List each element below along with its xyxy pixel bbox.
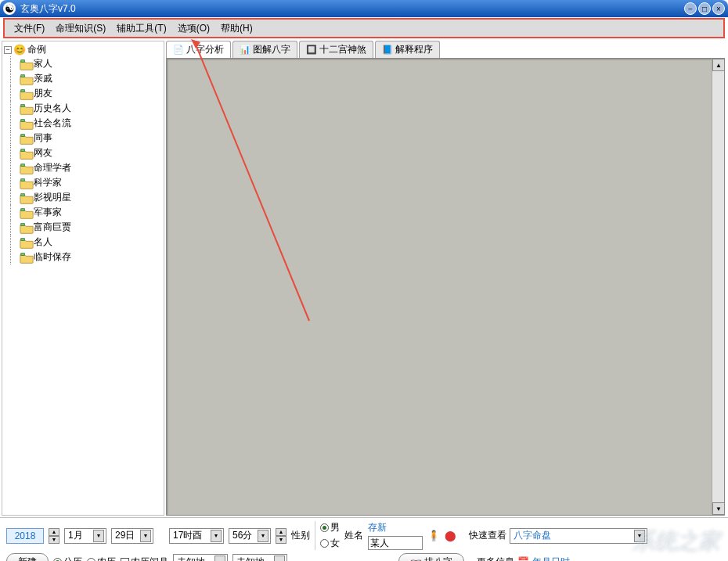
tab-label: 八字分析 [186, 43, 224, 56]
grid-icon: 🔲 [306, 45, 317, 55]
chevron-down-icon[interactable]: ▼ [140, 530, 151, 542]
chevron-down-icon[interactable]: ▼ [214, 556, 225, 561]
tree-item-label: 临时保存 [34, 250, 71, 264]
menubar-highlight: 文件(F) 命理知识(S) 辅助工具(T) 选项(O) 帮助(H) [3, 18, 725, 38]
tree-item[interactable]: 同事 [20, 131, 162, 146]
place1-value: 未知地 [177, 556, 211, 562]
person-icon[interactable]: 🧍 [427, 530, 440, 541]
tree-item-label: 历史名人 [34, 102, 71, 115]
tree-item-label: 富商巨贾 [34, 221, 71, 234]
maximize-button[interactable]: □ [698, 2, 711, 15]
year-spinner[interactable]: ▲ ▼ [49, 528, 59, 544]
tree-item[interactable]: 影视明星 [20, 190, 162, 205]
month-combo[interactable]: 1月▼ [64, 528, 106, 544]
tree-item[interactable]: 家人 [20, 56, 162, 71]
tab-twelve-palace[interactable]: 🔲 十二宫神煞 [299, 41, 373, 58]
tree-panel: − 😊 命例 家人亲戚朋友历史名人社会名流同事网友命理学者科学家影视明星军事家富… [2, 41, 164, 516]
chevron-down-icon[interactable]: ▼ [211, 530, 222, 542]
folder-icon [20, 207, 32, 218]
calendar-solar-radio[interactable]: 公历 [53, 556, 82, 562]
close-button[interactable]: × [712, 2, 725, 15]
place1-combo[interactable]: 未知地▼ [173, 554, 228, 561]
gender-male-radio[interactable]: 男 [320, 521, 340, 534]
svg-rect-12 [21, 238, 25, 240]
spin-up-icon[interactable]: ▲ [276, 528, 287, 536]
year-input[interactable] [6, 528, 44, 544]
leap-month-checkbox[interactable]: 农历闰月 [121, 556, 168, 562]
chevron-down-icon[interactable]: ▼ [93, 530, 104, 542]
chevron-down-icon[interactable]: ▼ [634, 530, 645, 542]
tree-item[interactable]: 科学家 [20, 175, 162, 190]
new-button[interactable]: 新建 [6, 553, 49, 561]
minute-combo[interactable]: 56分▼ [229, 528, 271, 544]
folder-icon [20, 222, 32, 233]
svg-rect-2 [21, 89, 25, 92]
chevron-down-icon[interactable]: ▼ [258, 530, 268, 542]
month-value: 1月 [68, 529, 90, 542]
menu-help[interactable]: 帮助(H) [216, 20, 258, 37]
spin-up-icon[interactable]: ▲ [49, 528, 59, 536]
spin-down-icon[interactable]: ▼ [49, 536, 59, 544]
gender-female-radio[interactable]: 女 [320, 537, 340, 550]
quick-view-label: 快速查看 [469, 529, 506, 542]
folder-icon [20, 192, 32, 203]
day-value: 29日 [115, 529, 137, 542]
gender-group: 男 女 [315, 521, 340, 550]
more-info-value[interactable]: 年月日时 [532, 556, 570, 562]
tree-item[interactable]: 网友 [20, 146, 162, 160]
vertical-scrollbar[interactable]: ▲ ▼ [712, 59, 724, 515]
quick-view-combo[interactable]: 八字命盘▼ [510, 528, 647, 544]
window-title: 玄奥八字v7.0 [20, 2, 684, 16]
tree-item[interactable]: 社会名流 [20, 116, 162, 131]
tree-item[interactable]: 富商巨贾 [20, 220, 162, 235]
svg-rect-11 [21, 223, 25, 225]
minimize-button[interactable]: − [684, 2, 697, 15]
chevron-down-icon[interactable]: ▼ [274, 556, 285, 561]
svg-rect-7 [21, 164, 25, 166]
svg-rect-9 [21, 193, 25, 196]
scroll-up-icon[interactable]: ▲ [712, 59, 725, 71]
place2-value: 未知地 [236, 556, 271, 562]
tree-item[interactable]: 历史名人 [20, 101, 162, 116]
tree-children: 家人亲戚朋友历史名人社会名流同事网友命理学者科学家影视明星军事家富商巨贾名人临时… [20, 56, 162, 264]
tree-toggle-icon[interactable]: − [4, 46, 12, 54]
tree-item-label: 同事 [34, 131, 52, 145]
tree-item[interactable]: 临时保存 [20, 250, 162, 264]
tree-item[interactable]: 命理学者 [20, 160, 162, 175]
menu-tools[interactable]: 辅助工具(T) [112, 20, 171, 37]
calendar-lunar-radio[interactable]: 农历 [87, 556, 116, 562]
minute-spinner[interactable]: ▲ ▼ [276, 528, 287, 544]
window-buttons: − □ × [684, 2, 725, 15]
scroll-down-icon[interactable]: ▼ [712, 502, 725, 515]
tree-item[interactable]: 朋友 [20, 86, 162, 101]
day-combo[interactable]: 29日▼ [111, 528, 153, 544]
menu-knowledge[interactable]: 命理知识(S) [51, 20, 110, 37]
smiley-icon: 😊 [13, 44, 26, 56]
tree-item[interactable]: 名人 [20, 235, 162, 250]
calendar-icon: 📅 [517, 556, 529, 561]
tree-item[interactable]: 亲戚 [20, 71, 162, 86]
stop-icon[interactable]: ⬤ [445, 530, 456, 541]
name-input[interactable] [368, 536, 423, 550]
tree-item-label: 科学家 [34, 176, 62, 189]
place2-combo[interactable]: 未知地▼ [232, 554, 287, 561]
folder-icon [20, 163, 32, 174]
svg-rect-3 [21, 104, 25, 106]
tree-item-label: 朋友 [34, 87, 52, 100]
hour-combo[interactable]: 17时酉▼ [169, 528, 224, 544]
tab-bazi-analysis[interactable]: 📄 八字分析 [166, 41, 231, 58]
chart-icon: 📊 [240, 45, 250, 55]
menu-options[interactable]: 选项(O) [173, 20, 214, 37]
tab-diagram[interactable]: 📊 图解八字 [232, 41, 297, 58]
tab-explain[interactable]: 📘 解释程序 [375, 41, 440, 58]
radio-icon [53, 558, 62, 562]
menu-file[interactable]: 文件(F) [9, 20, 49, 37]
tree-item[interactable]: 军事家 [20, 205, 162, 220]
svg-rect-8 [21, 178, 25, 181]
folder-icon [20, 59, 32, 70]
pai-bazi-button[interactable]: 👓 排八字 [398, 553, 464, 561]
tree-root[interactable]: − 😊 命例 [4, 43, 162, 56]
spin-down-icon[interactable]: ▼ [276, 536, 287, 544]
bottom-panel: ▲ ▼ 1月▼ 29日▼ 17时酉▼ 56分▼ ▲ ▼ 性别 男 女 姓名 存新… [0, 517, 728, 561]
save-new-link[interactable]: 存新 [368, 521, 423, 534]
